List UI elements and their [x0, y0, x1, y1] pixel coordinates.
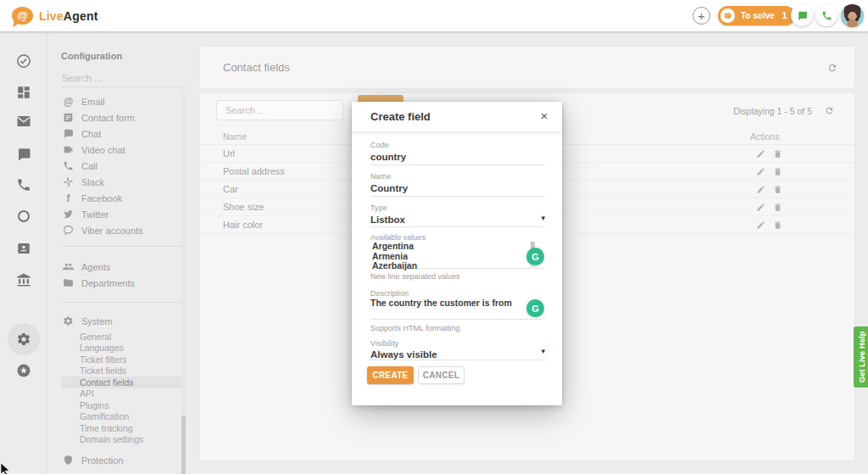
sidebar-item-slack[interactable]: Slack	[61, 174, 181, 190]
delete-trash-icon[interactable]	[773, 185, 782, 194]
sidebar-item-chat[interactable]: Chat	[61, 125, 181, 142]
displaying-range: Displaying 1 - 5 of 5	[733, 106, 812, 116]
to-solve-count: 1	[782, 11, 787, 20]
sidebar-item-ticket-fields[interactable]: Ticket fields	[61, 365, 181, 377]
shield-icon	[63, 454, 74, 466]
chat-button[interactable]	[791, 4, 813, 26]
sidebar-item-call[interactable]: Call	[61, 158, 181, 174]
twitter-icon	[63, 209, 74, 220]
sidebar-search-input[interactable]	[61, 70, 185, 87]
cancel-button[interactable]: CANCEL	[418, 366, 465, 384]
avatar[interactable]	[841, 4, 864, 27]
sidebar-item-system[interactable]: System	[61, 313, 181, 329]
sidebar-item-gamification[interactable]: Gamification	[61, 411, 181, 423]
contacts-icon[interactable]	[16, 241, 31, 256]
video-chat-icon	[63, 144, 74, 155]
edit-pencil-icon[interactable]	[756, 203, 765, 212]
mail-icon[interactable]	[16, 114, 31, 129]
facebook-icon: f	[63, 192, 74, 204]
description-hint: Supports HTML formatting.	[370, 324, 462, 332]
name-input[interactable]: Country	[370, 183, 545, 193]
viber-icon	[63, 225, 74, 236]
call-icon	[821, 10, 832, 21]
sidebar-item-email[interactable]: @Email	[61, 93, 181, 109]
page-title: Contact fields	[223, 61, 290, 74]
get-live-help-button[interactable]: Get Live Help	[854, 326, 868, 388]
phone-icon	[63, 160, 74, 171]
refresh-icon[interactable]	[827, 63, 837, 73]
edit-pencil-icon[interactable]	[756, 220, 765, 230]
description-label: Description	[370, 289, 409, 298]
column-name: Name	[223, 131, 247, 142]
refresh-icon[interactable]	[825, 106, 834, 115]
grammarly-icon[interactable]: G	[526, 248, 544, 265]
chevron-down-icon: ▾	[541, 347, 545, 355]
sidebar-item-viber[interactable]: Viber accounts	[61, 222, 181, 238]
clock-icon[interactable]	[16, 209, 31, 224]
sidebar-title: Configuration	[61, 51, 122, 61]
close-icon[interactable]: ×	[537, 109, 551, 123]
table-search-input[interactable]	[216, 100, 343, 120]
code-field[interactable]: Code country	[370, 141, 545, 165]
sidebar-item-departments[interactable]: Departments	[61, 275, 181, 291]
chevron-down-icon: ▾	[541, 214, 545, 222]
sidebar-item-protection[interactable]: Protection	[61, 452, 181, 468]
at-sign-icon: @	[63, 96, 74, 107]
visibility-value: Always visible	[370, 349, 545, 360]
liveagent-logo[interactable]: @ LiveAgent	[12, 5, 98, 26]
slack-icon	[63, 176, 74, 187]
divider	[61, 302, 181, 303]
to-solve-button[interactable]: To solve 1	[718, 6, 795, 25]
delete-trash-icon[interactable]	[773, 220, 782, 230]
tasks-check-icon[interactable]	[16, 53, 31, 69]
portal-icon[interactable]	[16, 272, 31, 287]
add-icon[interactable]: +	[693, 7, 710, 25]
create-field-modal: Create field × Code country Name Country…	[352, 102, 562, 405]
sidebar-system-subitems: General Languages Ticket filters Ticket …	[61, 331, 181, 445]
sidebar-item-time-tracking[interactable]: Time tracking	[61, 422, 181, 434]
sidebar-item-facebook[interactable]: fFacebook	[61, 190, 181, 206]
sidebar-item-video-chat[interactable]: Video chat	[61, 142, 181, 158]
delete-trash-icon[interactable]	[773, 167, 782, 176]
edit-pencil-icon[interactable]	[756, 185, 765, 194]
dashboard-icon[interactable]	[16, 85, 31, 100]
divider	[61, 246, 181, 247]
sidebar-item-languages[interactable]: Languages	[61, 343, 181, 354]
delete-trash-icon[interactable]	[773, 149, 782, 159]
type-select[interactable]: Type Listbox ▾	[370, 204, 545, 227]
type-label: Type	[370, 204, 545, 212]
available-values-hint: New line separated values	[370, 272, 460, 281]
sidebar-system-group: System	[61, 313, 181, 329]
departments-icon	[63, 277, 74, 288]
sidebar-item-general[interactable]: General	[61, 331, 181, 343]
chat-icon[interactable]	[16, 147, 31, 162]
column-actions: Actions	[750, 131, 779, 142]
call-icon[interactable]	[16, 177, 31, 192]
sidebar-item-plugins[interactable]: Plugins	[61, 399, 181, 411]
sidebar-item-api[interactable]: API	[61, 388, 181, 400]
call-button[interactable]	[815, 4, 837, 26]
visibility-select[interactable]: Visibility Always visible ▾	[370, 339, 545, 360]
create-button[interactable]: CREATE	[367, 366, 414, 384]
sidebar-item-agents[interactable]: Agents	[61, 259, 181, 275]
name-field[interactable]: Name Country	[370, 172, 545, 197]
achievements-star-icon[interactable]	[16, 363, 31, 378]
sidebar-scrollbar[interactable]	[181, 91, 186, 474]
delete-trash-icon[interactable]	[773, 203, 782, 212]
to-solve-label: To solve	[741, 11, 775, 20]
code-input[interactable]: country	[370, 152, 545, 162]
settings-gear-icon[interactable]	[16, 332, 31, 347]
edit-pencil-icon[interactable]	[756, 167, 765, 176]
sidebar-item-twitter[interactable]: Twitter	[61, 206, 181, 222]
sidebar-item-contact-fields[interactable]: Contact fields	[61, 376, 181, 388]
edit-pencil-icon[interactable]	[756, 149, 765, 159]
scrollbar-thumb[interactable]	[181, 415, 186, 474]
agents-icon	[63, 261, 74, 272]
sidebar-item-ticket-filters[interactable]: Ticket filters	[61, 354, 181, 365]
description-textarea[interactable]: The country the customer is from	[370, 298, 545, 320]
grammarly-icon[interactable]: G	[526, 299, 544, 317]
code-label: Code	[370, 141, 545, 149]
sidebar-item-domain-settings[interactable]: Domain settings	[61, 434, 181, 446]
available-values-textarea[interactable]: Argentina Armenia Azerbaijan	[370, 242, 545, 269]
sidebar-item-contact-form[interactable]: Contact form	[61, 109, 181, 125]
